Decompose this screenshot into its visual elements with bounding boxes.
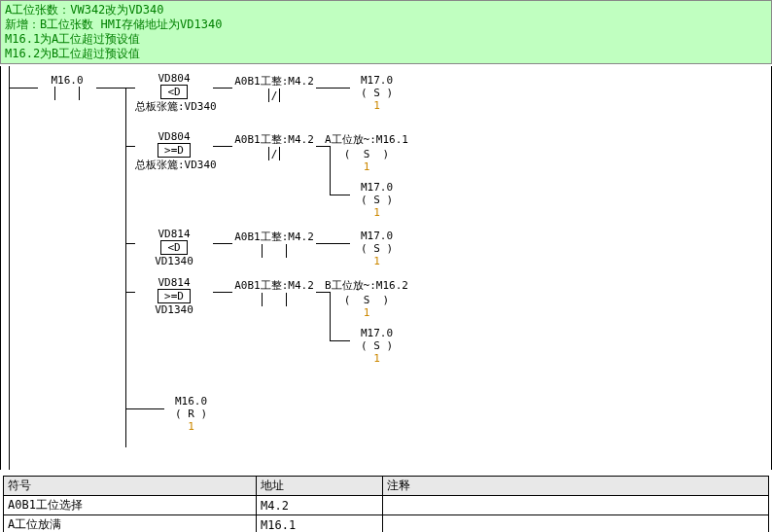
contact-m160: M16.0: [38, 74, 96, 100]
comment-line: A工位张数：VW342改为VD340: [5, 3, 767, 18]
contact-m42-no: A0B1工整:M4.2: [232, 230, 316, 258]
coil-s-m170-d: M17.0 ( S ) 1: [350, 327, 404, 365]
wire: [330, 195, 350, 195]
coil-s-m170: M17.0 ( S ) 1: [350, 74, 404, 112]
comment-line: M16.1为A工位超过预设值: [5, 32, 767, 47]
col-comment: 注释: [383, 477, 769, 496]
coil-m162: B工位放~:M16.2 ( S ) 1: [322, 278, 411, 319]
coil-s-m170-b: M17.0 ( S ) 1: [350, 181, 404, 219]
wire: [125, 88, 126, 447]
compare-1: VD804 <D 总板张簏:VD340: [135, 72, 213, 114]
compare-3: VD814 <D VD1340: [135, 228, 213, 267]
wire: [9, 88, 38, 89]
wire: [213, 88, 232, 89]
coil-s-m170-c: M17.0 ( S ) 1: [350, 230, 404, 267]
compare-4: VD814 >=D VD1340: [135, 276, 213, 316]
col-symbol: 符号: [4, 477, 257, 496]
wire: [125, 243, 135, 244]
table-row[interactable]: A0B1工位选择M4.2: [4, 496, 769, 515]
wire: [125, 292, 135, 293]
ladder-diagram: M16.0 VD804 <D 总板张簏:VD340 A0B1工整:M4.2 / …: [0, 66, 772, 470]
wire: [125, 408, 126, 447]
wire: [316, 88, 350, 89]
wire: [96, 88, 135, 89]
symbol-table: 符号 地址 注释 A0B1工位选择M4.2 A工位放满M16.1 B工位放满M1…: [3, 476, 769, 532]
compare-2: VD804 >=D 总板张簏:VD340: [135, 130, 213, 172]
left-rail: [9, 66, 10, 470]
wire: [330, 292, 331, 340]
contact-m161: A工位放~:M16.1 ( S ) 1: [322, 132, 411, 173]
comment-line: M16.2为B工位超过预设值: [5, 47, 767, 61]
comment-block: A工位张数：VW342改为VD340 新增：B工位张数 HMI存储地址为VD13…: [0, 0, 772, 64]
table-row[interactable]: A工位放满M16.1: [4, 515, 769, 533]
contact-m42-no2: A0B1工整:M4.2: [232, 278, 316, 306]
contact-m42-nc2: A0B1工整:M4.2 /: [232, 132, 316, 160]
wire: [125, 408, 164, 409]
comment-line: 新增：B工位张数 HMI存储地址为VD1340: [5, 18, 767, 32]
wire: [125, 146, 135, 147]
wire: [213, 292, 232, 293]
contact-m42-nc: A0B1工整:M4.2 /: [232, 74, 316, 102]
col-address: 地址: [257, 477, 383, 496]
wire: [316, 243, 350, 244]
wire: [330, 340, 350, 341]
coil-r-m160: M16.0 ( R ) 1: [164, 395, 218, 433]
wire: [213, 243, 232, 244]
wire: [213, 146, 232, 147]
wire: [330, 146, 331, 195]
